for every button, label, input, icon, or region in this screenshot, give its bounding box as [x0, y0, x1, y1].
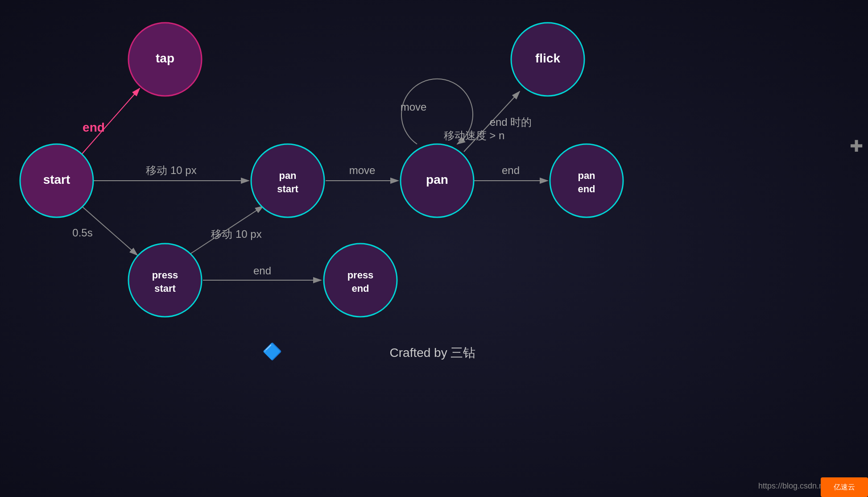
node-pan-end-label1: pan — [578, 170, 595, 181]
node-pan-end-label2: end — [578, 183, 595, 195]
label-panstart-pan: move — [349, 164, 376, 176]
footer-text: Crafted by 三钻 — [390, 346, 476, 360]
label-pan-self: move — [401, 101, 427, 113]
node-press-start-label1: press — [152, 269, 178, 281]
label-start-panstart: 移动 10 px — [146, 164, 196, 176]
node-press-end-label2: end — [351, 283, 369, 294]
node-tap-label: tap — [156, 51, 174, 65]
diagram-container: end 移动 10 px 0.5s 移动 10 px end move move… — [0, 0, 868, 497]
node-start-label: start — [43, 173, 70, 186]
node-pan-start-label1: pan — [279, 170, 296, 181]
footer-icon: 🔷 — [262, 342, 282, 361]
node-pan-label: pan — [426, 173, 448, 186]
node-pan-start-label2: start — [277, 183, 298, 195]
branding-text: 亿速云 — [833, 483, 855, 491]
label-pan-flick: end 时的 — [490, 116, 532, 128]
node-press-start-label2: start — [154, 283, 176, 294]
plus-icon[interactable]: ✚ — [850, 137, 863, 155]
node-flick-label: flick — [535, 51, 560, 65]
state-diagram: end 移动 10 px 0.5s 移动 10 px end move move… — [0, 0, 868, 497]
label-start-pressstart: 0.5s — [72, 227, 92, 239]
label-start-tap: end — [83, 120, 105, 134]
node-press-end-label1: press — [347, 269, 374, 281]
label-pressstart-pressend: end — [253, 265, 271, 277]
label-pressstart-panstart: 移动 10 px — [211, 228, 261, 240]
label-pan-panend: end — [502, 164, 520, 176]
label-pan-flick2: 移动速度 > n — [444, 129, 505, 141]
